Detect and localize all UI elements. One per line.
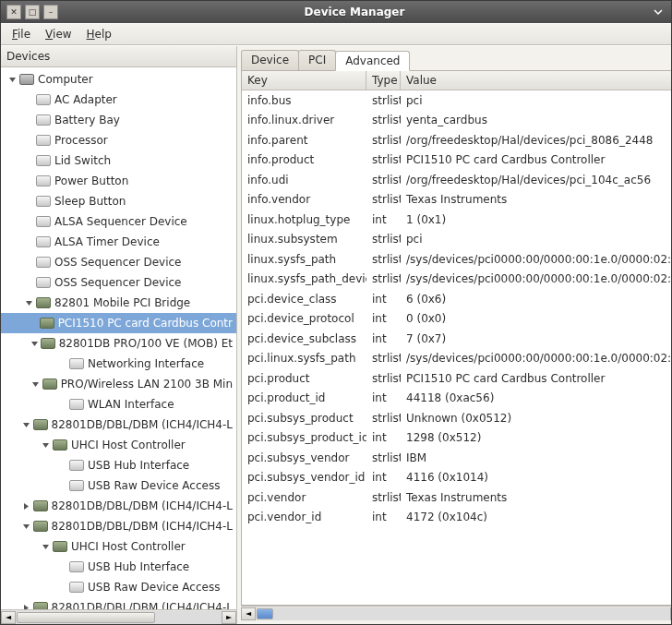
table-row[interactable]: info.linux.driverstrlistyenta_cardbus: [242, 111, 671, 131]
tab-pci[interactable]: PCI: [298, 50, 336, 70]
table-row[interactable]: linux.sysfs_path_devicestrlist/sys/devic…: [242, 270, 671, 290]
table-scrollbar-horizontal[interactable]: ◄ ►: [241, 606, 671, 620]
menu-file[interactable]: File: [5, 26, 38, 42]
tree-row[interactable]: Lid Switch: [1, 150, 236, 171]
tree-row[interactable]: Power Button: [1, 171, 236, 191]
tree-row[interactable]: WLAN Interface: [1, 394, 236, 415]
table-row[interactable]: pci.subsys_product_idint1298 (0x512): [242, 428, 671, 449]
cell-key: pci.subsys_vendor: [242, 451, 366, 464]
maximize-button[interactable]: □: [25, 5, 40, 19]
tree-row[interactable]: 82801DB PRO/100 VE (MOB) Et: [1, 333, 236, 354]
table-row[interactable]: linux.sysfs_pathstrlist/sys/devices/pci0…: [242, 249, 671, 270]
tree-row[interactable]: ALSA Timer Device: [1, 232, 236, 252]
scroll-track[interactable]: [16, 611, 222, 624]
table-row[interactable]: pci.subsys_vendor_idint4116 (0x1014): [242, 468, 671, 488]
close-button[interactable]: ✕: [6, 5, 21, 19]
tree-row[interactable]: PRO/Wireless LAN 2100 3B Min: [1, 374, 236, 394]
expander-icon[interactable]: [21, 602, 31, 609]
tree-row[interactable]: 82801DB/DBL/DBM (ICH4/ICH4-L: [1, 415, 236, 435]
titlebar[interactable]: ✕ □ – Device Manager: [1, 1, 671, 23]
tree-row[interactable]: 82801DB/DBL/DBM (ICH4/ICH4-L: [1, 597, 236, 609]
expander-icon[interactable]: [40, 541, 51, 552]
expander-spacer: [56, 561, 67, 572]
scroll-right-icon[interactable]: ►: [222, 611, 236, 624]
tree-row[interactable]: OSS Sequencer Device: [1, 252, 236, 272]
tab-device[interactable]: Device: [241, 50, 299, 70]
expander-icon[interactable]: [23, 297, 34, 308]
tree-row[interactable]: ALSA Sequencer Device: [1, 211, 236, 232]
dev-icon: [36, 175, 51, 186]
table-row[interactable]: info.udistrlist/org/freedesktop/Hal/devi…: [242, 170, 671, 190]
table-row[interactable]: pci.productstrlistPCI1510 PC card Cardbu…: [242, 368, 671, 389]
tree-row[interactable]: PCI1510 PC card Cardbus Contr: [1, 313, 236, 333]
expander-spacer: [23, 155, 34, 166]
tree-row[interactable]: OSS Sequencer Device: [1, 272, 236, 293]
tree-row[interactable]: Processor: [1, 130, 236, 150]
chip-icon: [42, 379, 57, 390]
tree-row[interactable]: 82801 Mobile PCI Bridge: [1, 293, 236, 313]
expander-icon[interactable]: [40, 439, 51, 451]
scroll-thumb[interactable]: [17, 612, 155, 623]
minimize-button[interactable]: –: [43, 5, 58, 19]
expander-icon[interactable]: [30, 338, 39, 349]
table-row[interactable]: pci.device_protocolint0 (0x0): [242, 309, 671, 330]
tree-row[interactable]: 82801DB/DBL/DBM (ICH4/ICH4-L: [1, 496, 236, 516]
window-dropdown-icon[interactable]: [651, 5, 666, 19]
cell-key: info.linux.driver: [242, 114, 366, 126]
expander-icon[interactable]: [21, 500, 31, 511]
tree-row[interactable]: Sleep Button: [1, 191, 236, 211]
device-tree[interactable]: ComputerAC AdapterBattery BayProcessorLi…: [1, 67, 236, 609]
tree-row[interactable]: Computer: [1, 69, 236, 90]
dev-icon: [36, 196, 51, 207]
tree-row[interactable]: USB Raw Device Access: [1, 577, 236, 597]
tree-row[interactable]: UHCI Host Controller: [1, 536, 236, 557]
table-row[interactable]: pci.linux.sysfs_pathstrlist/sys/devices/…: [242, 349, 671, 369]
col-header-type[interactable]: Type: [366, 71, 401, 90]
expander-icon[interactable]: [6, 74, 18, 85]
scroll-track[interactable]: [256, 607, 670, 620]
table-row[interactable]: pci.vendor_idint4172 (0x104c): [242, 508, 671, 528]
dev-icon: [69, 561, 84, 572]
table-body[interactable]: info.busstrlistpciinfo.linux.driverstrli…: [242, 90, 671, 605]
menu-view[interactable]: View: [38, 26, 78, 42]
expander-spacer: [56, 358, 67, 369]
table-row[interactable]: linux.subsystemstrlistpci: [242, 230, 671, 250]
expander-icon[interactable]: [21, 419, 31, 430]
tree-row[interactable]: Networking Interface: [1, 354, 236, 374]
tree-row[interactable]: Battery Bay: [1, 110, 236, 130]
expander-icon[interactable]: [21, 521, 31, 532]
tree-row[interactable]: USB Hub Interface: [1, 557, 236, 577]
table-row[interactable]: pci.device_subclassint7 (0x7): [242, 329, 671, 349]
table-row[interactable]: pci.subsys_productstrlistUnknown (0x0512…: [242, 408, 671, 428]
table-row[interactable]: info.vendorstrlistTexas Instruments: [242, 190, 671, 210]
table-row[interactable]: pci.device_classint6 (0x6): [242, 289, 671, 309]
scroll-left-icon[interactable]: ◄: [241, 607, 256, 620]
col-header-key[interactable]: Key: [242, 71, 366, 90]
table-row[interactable]: linux.hotplug_typeint1 (0x1): [242, 210, 671, 230]
table-row[interactable]: pci.vendorstrlistTexas Instruments: [242, 487, 671, 508]
col-header-value[interactable]: Value: [401, 71, 671, 90]
expander-icon[interactable]: [31, 379, 40, 390]
table-row[interactable]: info.busstrlistpci: [242, 90, 671, 111]
dev-icon: [36, 155, 51, 166]
table-row[interactable]: info.productstrlistPCI1510 PC card Cardb…: [242, 150, 671, 171]
expander-spacer: [23, 114, 34, 126]
scroll-thumb[interactable]: [257, 608, 273, 619]
expander-spacer: [23, 216, 34, 227]
scroll-right-icon[interactable]: ►: [670, 607, 671, 620]
table-row[interactable]: pci.product_idint44118 (0xac56): [242, 389, 671, 409]
tree-row[interactable]: UHCI Host Controller: [1, 435, 236, 455]
tree-label: USB Raw Device Access: [88, 581, 220, 594]
tree-row[interactable]: USB Raw Device Access: [1, 475, 236, 496]
tree-row[interactable]: USB Hub Interface: [1, 455, 236, 475]
dev-icon: [36, 114, 51, 126]
table-row[interactable]: pci.subsys_vendorstrlistIBM: [242, 448, 671, 468]
table-row[interactable]: info.parentstrlist/org/freedesktop/Hal/d…: [242, 130, 671, 150]
tree-scrollbar-horizontal[interactable]: ◄ ►: [1, 609, 236, 624]
tree-row[interactable]: AC Adapter: [1, 90, 236, 110]
menu-help[interactable]: Help: [79, 26, 119, 42]
cell-value: Unknown (0x0512): [401, 412, 671, 425]
scroll-left-icon[interactable]: ◄: [1, 611, 16, 624]
tab-advanced[interactable]: Advanced: [335, 51, 410, 71]
tree-row[interactable]: 82801DB/DBL/DBM (ICH4/ICH4-L: [1, 516, 236, 536]
